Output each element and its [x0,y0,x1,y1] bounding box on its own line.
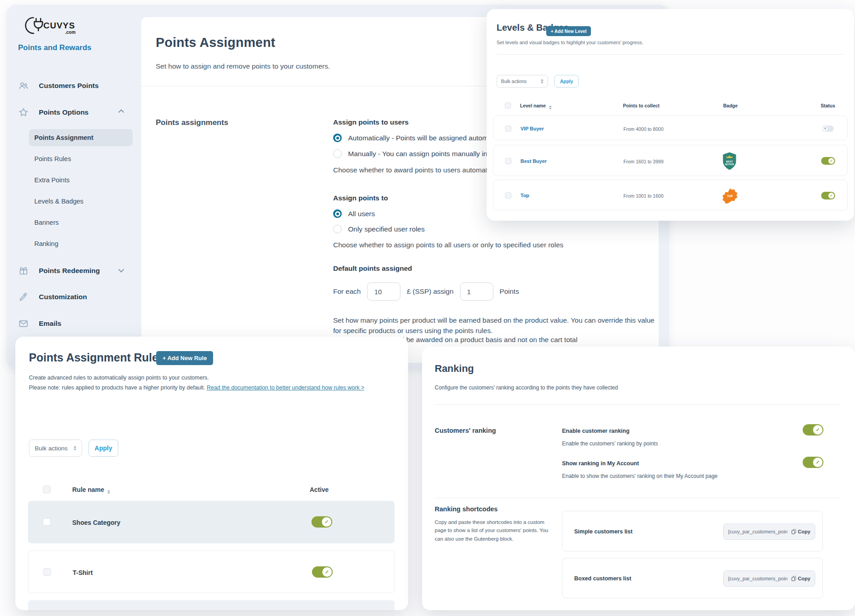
sidebar-item-levels-badges[interactable]: Levels & Badges [34,198,84,205]
app-title: Points and Rewards [18,43,91,52]
divider [435,404,841,405]
sidebar-item-customers-points[interactable]: Customers Points [18,79,99,93]
sidebar-item-extra-points[interactable]: Extra Points [34,176,70,184]
status-toggle-on[interactable] [821,157,835,165]
chevron-up-icon[interactable] [118,109,124,115]
levels-select-all-checkbox[interactable] [505,102,511,109]
page-subtitle: Set how to assign and remove points to y… [156,62,330,70]
rules-col-active: Active [310,486,329,493]
rules-col-name[interactable]: Rule name [72,486,110,494]
svg-text:CUVYS: CUVYS [43,21,75,30]
select-caret-icon [74,446,76,450]
row-checkbox[interactable] [505,125,511,132]
brand-logo: CUVYS .com [18,14,86,38]
rules-bulk-actions-select[interactable]: Bulk actions [29,440,82,457]
copy-icon [791,576,796,581]
rules-select-all-checkbox[interactable] [43,486,51,493]
radio-automatically[interactable]: Automatically - Points will be assigned … [333,134,510,142]
svg-text:BEST: BEST [726,160,734,163]
sidebar-item-points-redeeming[interactable]: Points Redeeming [18,264,100,278]
sidebar-item-ranking[interactable]: Ranking [34,240,58,247]
levels-subtitle: Set levels and visual badges to highligh… [497,40,643,45]
svg-text:.com: .com [65,30,75,35]
enable-ranking-help: Enable the customers' ranking by points [562,440,658,447]
row-checkbox[interactable] [43,518,51,526]
shortcode-pill: [cuvy_par_customers_poin Copy [723,570,815,587]
seal-badge-icon: TOP [722,187,738,204]
page-title: Points Assignment [156,35,275,50]
shield-badge-icon: BEST BUYER [721,152,738,171]
points-suffix-label: Points [500,287,519,296]
currency-label: £ (SSP) assign [407,287,453,296]
divider [497,54,844,55]
enable-ranking-toggle-on[interactable] [803,424,823,435]
level-name-link[interactable]: Best Buyer [520,158,547,164]
rules-title: Points Assignment Rules [29,351,165,364]
page: CUVYS .com Points and Rewards Customers … [0,0,855,616]
ranking-shortcodes-label: Ranking shortcodes [435,505,497,513]
levels-bulk-actions-select[interactable]: Bulk actions [497,75,548,88]
sidebar-item-customization[interactable]: Customization [18,290,87,304]
level-name-link[interactable]: VIP Buyer [520,126,544,131]
levels-apply-button[interactable]: Apply [554,75,579,88]
rules-desc: Create advanced rules to automatically a… [29,375,209,381]
radio-specified-roles[interactable]: Only specified user roles [333,225,425,233]
row-checkbox[interactable] [505,192,511,199]
rule-row-t-shirt: T-Shirt [28,551,395,593]
show-ranking-help: Enable to show the customers' ranking on… [562,473,717,479]
ranking-title: Ranking [435,363,474,375]
chevron-down-icon[interactable] [118,267,124,273]
amount-input[interactable] [367,283,400,301]
star-icon [18,107,29,118]
radio-selected-icon[interactable] [333,209,342,218]
add-new-level-button[interactable]: + Add New Level [546,26,591,36]
default-points-heading: Default points assigned [333,264,412,273]
show-ranking-toggle-on[interactable] [803,457,823,468]
sidebar-item-banners[interactable]: Banners [34,219,59,226]
sidebar-item-emails[interactable]: Emails [18,317,61,330]
svg-text:TOP: TOP [727,195,733,198]
levels-col-name[interactable]: Level name [520,103,552,109]
status-toggle-on[interactable] [821,192,835,199]
plug-logo-icon: CUVYS .com [18,14,86,38]
sort-icon [549,106,552,109]
ranking-shortcodes-desc: Copy and paste these shortcodes into a c… [435,518,556,543]
ranking-subtitle: Configure the customers' ranking accordi… [435,384,618,391]
customers-ranking-label: Customers' ranking [435,427,496,434]
radio-all-users[interactable]: All users [333,209,375,218]
rules-note: Please note: rules applied to products h… [29,384,364,391]
points-input[interactable] [460,283,493,301]
sidebar-item-points-rules[interactable]: Points Rules [34,155,71,162]
users-icon [18,80,29,91]
ranking-panel: Ranking Configure the customers' ranking… [422,347,855,610]
row-checkbox[interactable] [43,568,51,576]
points-assignment-rules-panel: Points Assignment Rules + Add New Rule C… [15,337,408,610]
add-new-rule-button[interactable]: + Add New Rule [156,351,213,365]
section-label: Points assignments [156,118,228,127]
eyedropper-icon [18,292,29,302]
copy-button[interactable]: Copy [791,529,811,534]
radio-unselected-icon[interactable] [333,149,342,158]
rules-apply-button[interactable]: Apply [88,440,118,457]
level-points: From 1001 to 1600 [623,193,664,199]
levels-col-badge: Badge [723,103,738,108]
default-points-row: For each £ (SSP) assign Points [333,283,519,301]
assign-to-help: Choose whether to assign points to all u… [333,241,563,249]
shortcode-pill: [cuvy_par_customers_poin Copy [723,523,815,540]
shortcode-text: [cuvy_par_customers_poin [728,529,787,534]
level-name-link[interactable]: Top [520,193,529,198]
active-toggle-on[interactable] [311,516,332,528]
active-toggle-on[interactable] [312,566,333,578]
partial-row [28,600,395,610]
sidebar-item-points-assignment[interactable]: Points Assignment [34,134,93,141]
radio-selected-icon[interactable] [333,134,342,142]
level-points: From 4000 to 8000 [623,126,664,132]
radio-manually[interactable]: Manually - You can assign points manuall… [333,149,487,158]
row-checkbox[interactable] [505,158,511,164]
copy-button[interactable]: Copy [791,576,811,581]
enable-ranking-label: Enable customer ranking [562,428,629,434]
status-toggle-off[interactable] [822,125,834,132]
sidebar-item-points-options[interactable]: Points Options [18,106,88,119]
radio-unselected-icon[interactable] [333,225,342,233]
documentation-link[interactable]: Read the documentation to better underst… [207,384,364,391]
